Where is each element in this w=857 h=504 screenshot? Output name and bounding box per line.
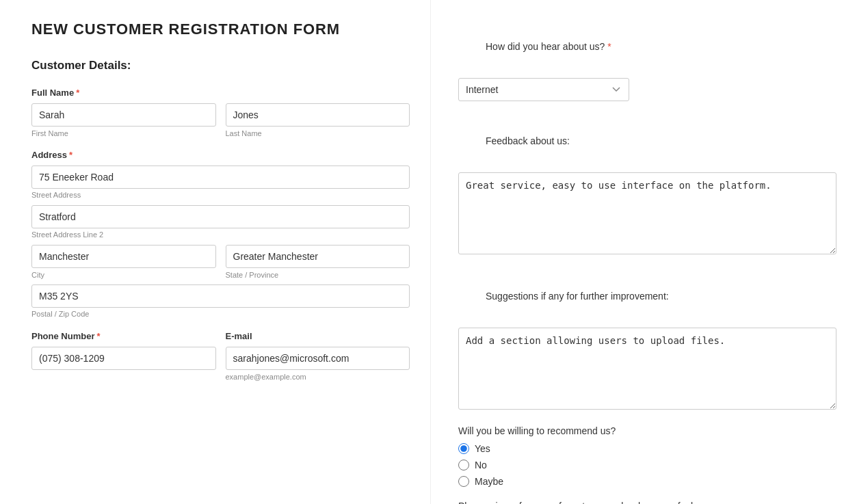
suggestions-group: Suggestions if any for further improveme… — [458, 270, 836, 412]
full-name-label: Full Name* — [31, 88, 410, 98]
city-col: City — [31, 245, 216, 279]
radio-yes-input[interactable] — [458, 443, 469, 454]
recommend-group: Will you be willing to recommend us? Yes… — [458, 425, 836, 487]
street-address2-input[interactable] — [31, 205, 410, 228]
city-sublabel: City — [31, 271, 216, 279]
feedback-label: Feedback about us: — [458, 115, 857, 167]
phone-col: Phone Number* — [31, 331, 216, 381]
radio-group: Yes No Maybe — [458, 443, 836, 487]
full-name-row: First Name Last Name — [31, 103, 410, 137]
email-col: E-mail example@example.com — [226, 331, 410, 381]
feedback-textarea[interactable]: Great service, easy to use interface on … — [458, 172, 836, 254]
email-example: example@example.com — [226, 373, 410, 381]
postal-input[interactable] — [31, 284, 410, 308]
radio-no-label: No — [475, 460, 487, 470]
radio-maybe-label: Maybe — [475, 476, 503, 487]
state-sublabel: State / Province — [226, 271, 410, 279]
phone-label: Phone Number* — [31, 331, 216, 341]
phone-email-row: Phone Number* E-mail example@example.com — [31, 331, 410, 381]
hear-about-select[interactable]: Internet Social Media Friend Advertiseme… — [458, 78, 629, 101]
hear-about-label: How did you hear about us? * — [458, 21, 857, 72]
email-label: E-mail — [226, 331, 410, 341]
city-input[interactable] — [31, 245, 216, 268]
street-address2-wrapper: Street Address Line 2 — [31, 205, 410, 239]
city-state-row: City State / Province — [31, 245, 410, 279]
address-label: Address* — [31, 150, 410, 160]
postal-wrapper: Postal / Zip Code — [31, 284, 410, 319]
phone-input[interactable] — [31, 347, 216, 370]
feedback-group: Feedback about us: Great service, easy t… — [458, 115, 836, 256]
right-panel: How did you hear about us? * Internet So… — [431, 0, 857, 504]
radio-yes-item[interactable]: Yes — [458, 443, 836, 454]
last-name-input[interactable] — [226, 103, 410, 127]
last-name-sublabel: Last Name — [226, 129, 410, 137]
reference-label: Please give reference of any two people … — [458, 501, 836, 504]
full-name-group: Full Name* First Name Last Name — [31, 88, 410, 137]
suggestions-label: Suggestions if any for further improveme… — [458, 270, 857, 322]
first-name-col: First Name — [31, 103, 216, 137]
email-input[interactable] — [226, 347, 410, 370]
first-name-sublabel: First Name — [31, 129, 216, 137]
left-panel: NEW CUSTOMER REGISTRATION FORM Customer … — [0, 0, 431, 504]
postal-sublabel: Postal / Zip Code — [31, 310, 89, 318]
hear-about-group: How did you hear about us? * Internet So… — [458, 21, 836, 101]
street-address-sublabel: Street Address — [31, 191, 81, 199]
customer-details-heading: Customer Details: — [31, 59, 410, 72]
radio-yes-label: Yes — [475, 443, 490, 454]
street-address-wrapper: Street Address — [31, 165, 410, 200]
first-name-input[interactable] — [31, 103, 216, 127]
reference-group: Please give reference of any two people … — [458, 501, 836, 504]
radio-no-input[interactable] — [458, 460, 469, 470]
street-address-input[interactable] — [31, 165, 410, 189]
state-input[interactable] — [226, 245, 410, 268]
radio-no-item[interactable]: No — [458, 460, 836, 470]
form-title: NEW CUSTOMER REGISTRATION FORM — [31, 21, 410, 38]
radio-maybe-input[interactable] — [458, 476, 469, 487]
state-col: State / Province — [226, 245, 410, 279]
street-address2-sublabel: Street Address Line 2 — [31, 230, 103, 239]
suggestions-textarea[interactable]: Add a section allowing users to upload f… — [458, 328, 836, 410]
last-name-col: Last Name — [226, 103, 410, 137]
radio-maybe-item[interactable]: Maybe — [458, 476, 836, 487]
hear-about-select-wrapper: Internet Social Media Friend Advertiseme… — [458, 78, 629, 101]
address-group: Address* Street Address Street Address L… — [31, 150, 410, 319]
recommend-label: Will you be willing to recommend us? — [458, 425, 836, 436]
